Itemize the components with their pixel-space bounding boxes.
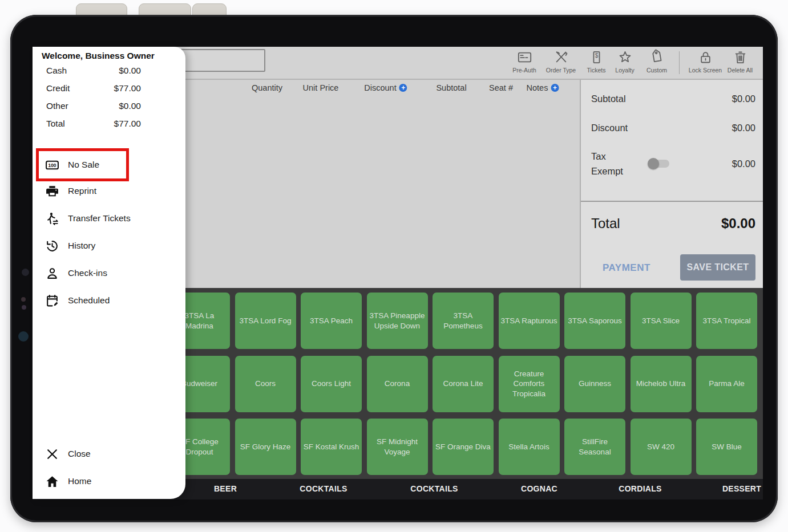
tab-cocktails-2[interactable]: COCKTAILS xyxy=(410,484,458,493)
order-summary-panel: Subtotal $0.00 Discount $0.00 Tax Exempt… xyxy=(580,80,763,289)
lock-icon xyxy=(698,50,713,65)
column-header-seat: Seat # xyxy=(489,83,513,92)
payment-button[interactable]: PAYMENT xyxy=(603,262,650,274)
column-header-discount: Discount+ xyxy=(364,83,407,92)
person-icon xyxy=(45,266,59,281)
column-header-quantity: Quantity xyxy=(252,83,282,92)
svg-text:100: 100 xyxy=(49,162,56,168)
menu-item-transfer-tickets[interactable]: Transfer Tickets xyxy=(33,205,185,232)
menu-item-scheduled[interactable]: Scheduled xyxy=(33,287,185,314)
toolbar-action-label: Custom xyxy=(646,67,667,74)
toolbar-action-label: Pre-Auth xyxy=(512,67,536,74)
summary-row-credit: Credit$77.00 xyxy=(46,83,141,94)
credit-card-icon xyxy=(517,50,532,65)
menu-item-close[interactable]: Close xyxy=(33,441,185,467)
total-label: Total xyxy=(591,216,620,232)
discount-value: $0.00 xyxy=(732,123,755,133)
cash-icon: 100 xyxy=(45,158,59,172)
tablet-mockup: Pre-Auth Order Type $ Tickets Loyalty xyxy=(0,0,788,532)
printer-icon xyxy=(45,184,59,198)
product-button[interactable]: SW Blue xyxy=(696,419,757,475)
add-notes-icon[interactable]: + xyxy=(551,84,559,92)
tax-exempt-label-line1: Tax xyxy=(591,151,606,162)
star-icon xyxy=(617,50,633,65)
save-ticket-button[interactable]: SAVE TICKET xyxy=(680,254,755,281)
tax-exempt-label-line2: Exempt xyxy=(591,166,623,177)
product-button[interactable]: 3TSA Slice xyxy=(631,293,692,349)
toolbar-divider xyxy=(679,51,680,74)
menu-item-label: Home xyxy=(68,476,91,486)
product-button[interactable]: 3TSA Tropical xyxy=(696,293,757,349)
utensils-icon xyxy=(553,50,569,65)
menu-item-reprint[interactable]: Reprint xyxy=(33,178,185,204)
add-discount-icon[interactable]: + xyxy=(399,84,407,92)
product-button[interactable]: Guinness xyxy=(564,356,625,412)
custom-button[interactable]: Custom xyxy=(632,50,682,74)
front-camera xyxy=(22,269,29,276)
history-icon xyxy=(45,239,59,253)
product-button[interactable]: SW 420 xyxy=(631,419,692,475)
tag-icon xyxy=(646,47,668,68)
summary-row-total: Total$77.00 xyxy=(46,119,141,129)
product-button[interactable]: 3TSA Pometheus xyxy=(433,293,494,349)
menu-item-label: Reprint xyxy=(68,186,96,196)
menu-item-label: Scheduled xyxy=(68,295,110,306)
column-header-notes: Notes+ xyxy=(527,83,559,92)
transfer-icon xyxy=(45,212,59,226)
product-button[interactable]: SF Orange Diva xyxy=(433,419,494,475)
product-button[interactable]: Corona Lite xyxy=(433,356,494,412)
product-button[interactable]: Stella Artois xyxy=(499,419,560,475)
menu-item-label: No Sale xyxy=(68,160,99,170)
tab-cognac[interactable]: COGNAC xyxy=(521,484,557,493)
home-icon xyxy=(45,474,59,489)
welcome-text: Welcome, Business Owner xyxy=(42,51,155,61)
menu-item-label: Transfer Tickets xyxy=(68,213,131,224)
product-button[interactable]: SF Midnight Voyage xyxy=(367,419,428,475)
product-button[interactable]: SF Kostal Krush xyxy=(301,419,362,475)
product-button[interactable]: Creature Comforts Tropicalia xyxy=(499,356,560,412)
menu-item-check-ins[interactable]: Check-ins xyxy=(33,260,185,286)
svg-text:$: $ xyxy=(595,52,598,59)
toolbar-action-label: Delete All xyxy=(728,67,753,74)
menu-item-history[interactable]: History xyxy=(33,233,185,259)
menu-item-no-sale[interactable]: 100 No Sale xyxy=(33,152,185,178)
summary-row-other: Other$0.00 xyxy=(46,101,141,111)
product-button[interactable]: 3TSA Lord Fog xyxy=(235,293,296,349)
product-button[interactable]: SF Glory Haze xyxy=(235,419,296,475)
sensor-dot xyxy=(21,297,26,302)
subtotal-value: $0.00 xyxy=(732,94,755,104)
toggle-knob xyxy=(648,158,659,169)
menu-item-label: Check-ins xyxy=(68,268,107,278)
tab-beer[interactable]: BEER xyxy=(214,484,237,493)
calendar-edit-icon xyxy=(45,294,59,308)
menu-item-label: Close xyxy=(68,449,91,459)
column-header-subtotal: Subtotal xyxy=(436,83,466,92)
menu-item-label: History xyxy=(68,241,95,251)
total-value: $0.00 xyxy=(721,216,755,232)
discount-label: Discount xyxy=(591,123,628,133)
delete-all-button[interactable]: Delete All xyxy=(715,50,763,74)
ambient-sensor xyxy=(18,331,29,342)
product-button[interactable]: Coors Light xyxy=(301,356,362,412)
admin-menu-panel: Welcome, Business Owner Cash$0.00 Credit… xyxy=(33,47,185,499)
tax-exempt-value: $0.00 xyxy=(732,159,755,169)
product-button[interactable]: 3TSA Pineapple Upside Down xyxy=(367,293,428,349)
tax-exempt-toggle[interactable] xyxy=(649,160,669,168)
product-button[interactable]: Coors xyxy=(235,356,296,412)
product-button[interactable]: StillFire Seasonal xyxy=(564,419,625,475)
product-button[interactable]: Parma Ale xyxy=(696,356,757,412)
product-grid: 3TSA La Madrina 3TSA Lord Fog 3TSA Peach… xyxy=(169,293,757,475)
close-icon xyxy=(45,447,59,461)
product-button[interactable]: Michelob Ultra xyxy=(631,356,692,412)
product-button[interactable]: 3TSA Saporous xyxy=(564,293,625,349)
tab-dessert[interactable]: DESSERT xyxy=(722,484,761,493)
product-button[interactable]: 3TSA Peach xyxy=(301,293,362,349)
panel-divider xyxy=(581,201,763,202)
summary-row-cash: Cash$0.00 xyxy=(46,66,141,76)
product-button[interactable]: Corona xyxy=(367,356,428,412)
tab-cordials[interactable]: CORDIALS xyxy=(619,484,662,493)
column-header-unit-price: Unit Price xyxy=(303,83,339,92)
product-button[interactable]: 3TSA Rapturous xyxy=(499,293,560,349)
tab-cocktails[interactable]: COCKTAILS xyxy=(300,484,347,493)
menu-item-home[interactable]: Home xyxy=(33,468,185,494)
